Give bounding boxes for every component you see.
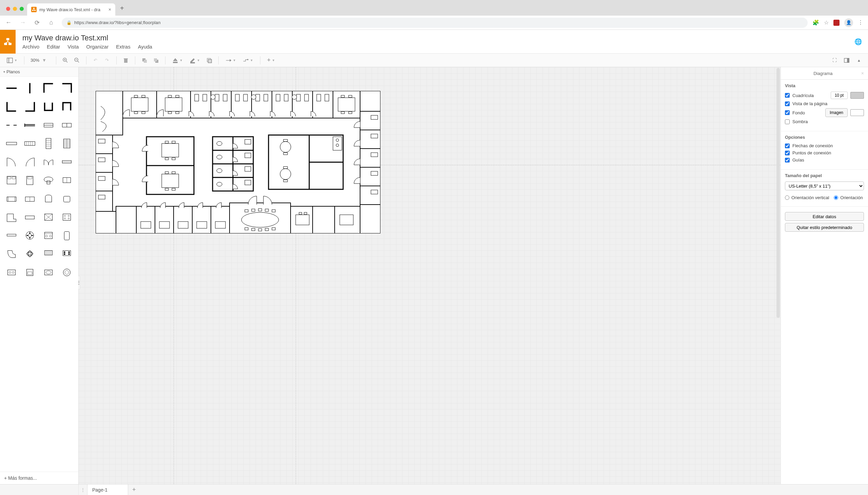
background-checkbox[interactable] bbox=[785, 110, 790, 115]
shadow-checkbox[interactable] bbox=[785, 119, 790, 124]
home-button[interactable]: ⌂ bbox=[46, 17, 57, 29]
fill-color-button[interactable]: ▼ bbox=[170, 55, 185, 66]
shape-armchair-2[interactable] bbox=[59, 191, 75, 207]
shape-armchair-1[interactable] bbox=[40, 191, 57, 207]
page-tab-1[interactable]: Page-1 bbox=[87, 484, 128, 495]
add-page-button[interactable]: + bbox=[128, 484, 140, 495]
waypoint-style-button[interactable]: ▼ bbox=[240, 55, 256, 66]
shape-sectional[interactable] bbox=[3, 209, 20, 225]
delete-button[interactable] bbox=[121, 55, 131, 66]
shape-u-down[interactable] bbox=[59, 98, 75, 115]
shape-rug[interactable] bbox=[3, 227, 20, 244]
view-mode-button[interactable]: ▼ bbox=[4, 55, 20, 66]
shape-nightstand[interactable] bbox=[40, 172, 57, 188]
to-back-button[interactable] bbox=[151, 55, 161, 66]
new-tab-button[interactable]: + bbox=[115, 4, 129, 16]
insert-button[interactable]: +▼ bbox=[264, 55, 278, 66]
shape-counter-1[interactable] bbox=[3, 135, 20, 152]
connection-style-button[interactable]: ▼ bbox=[223, 55, 239, 66]
orientation-horizontal-radio[interactable] bbox=[834, 195, 838, 200]
shape-window-3[interactable] bbox=[59, 117, 75, 133]
zoom-out-button[interactable] bbox=[72, 55, 82, 66]
sidebar-resize-handle[interactable]: ⋮ bbox=[79, 276, 80, 289]
guides-checkbox[interactable] bbox=[785, 158, 790, 163]
shape-cooktop[interactable] bbox=[3, 264, 20, 280]
shape-sink-round[interactable] bbox=[59, 264, 75, 280]
shape-window-1[interactable] bbox=[22, 117, 38, 133]
shape-tv-stand[interactable] bbox=[22, 209, 38, 225]
shape-dresser[interactable] bbox=[59, 172, 75, 188]
zoom-in-button[interactable] bbox=[60, 55, 71, 66]
star-icon[interactable]: ☆ bbox=[824, 19, 829, 26]
shape-fan[interactable] bbox=[22, 227, 38, 244]
collapse-button[interactable]: ▴ bbox=[854, 55, 864, 66]
browser-tab[interactable]: my Wave draw.io Test.xml - dra × bbox=[27, 3, 115, 16]
window-max-dot[interactable] bbox=[20, 7, 24, 11]
edit-data-button[interactable]: Editar datos bbox=[785, 212, 864, 221]
grid-checkbox[interactable] bbox=[785, 93, 790, 98]
document-title[interactable]: my Wave draw.io Test.xml bbox=[22, 34, 848, 42]
clear-default-style-button[interactable]: Quitar estilo predeterminado bbox=[785, 223, 864, 232]
menu-archivo[interactable]: Archivo bbox=[22, 44, 39, 50]
window-min-dot[interactable] bbox=[13, 7, 17, 11]
shadow-button[interactable] bbox=[204, 55, 214, 66]
format-panel-close-icon[interactable]: × bbox=[861, 71, 864, 76]
shape-corner-tr[interactable] bbox=[59, 80, 75, 96]
shape-stove[interactable] bbox=[40, 227, 57, 244]
format-panel-toggle[interactable] bbox=[842, 55, 852, 66]
shape-desk-1[interactable] bbox=[40, 246, 57, 262]
extension-icon-1[interactable]: 🧩 bbox=[812, 19, 819, 26]
profile-avatar[interactable]: 👤 bbox=[844, 18, 853, 27]
to-front-button[interactable] bbox=[139, 55, 149, 66]
grid-color-swatch[interactable] bbox=[850, 92, 864, 99]
shape-stairs-2[interactable] bbox=[59, 135, 75, 152]
conn-points-checkbox[interactable] bbox=[785, 151, 790, 155]
shape-bed-single[interactable] bbox=[22, 172, 38, 188]
shape-oven[interactable] bbox=[22, 264, 38, 280]
shape-door-left[interactable] bbox=[3, 154, 20, 170]
canvas-scrollbar[interactable] bbox=[777, 68, 780, 318]
orientation-vertical-radio[interactable] bbox=[785, 195, 789, 200]
menu-editar[interactable]: Editar bbox=[47, 44, 60, 50]
shape-sofa-2[interactable] bbox=[22, 191, 38, 207]
app-logo[interactable] bbox=[0, 30, 16, 54]
fullscreen-button[interactable]: ⛶ bbox=[829, 55, 839, 66]
shape-desk-2[interactable] bbox=[59, 246, 75, 262]
back-button[interactable]: ← bbox=[3, 17, 14, 29]
shape-fridge[interactable] bbox=[59, 227, 75, 244]
tab-close-icon[interactable]: × bbox=[108, 7, 111, 12]
shape-piano[interactable] bbox=[3, 246, 20, 262]
shape-table-round[interactable] bbox=[59, 209, 75, 225]
page-tab-menu-button[interactable]: ⋮ bbox=[79, 484, 87, 495]
shape-sofa-1[interactable] bbox=[3, 191, 20, 207]
menu-extras[interactable]: Extras bbox=[116, 44, 130, 50]
line-color-button[interactable]: ▼ bbox=[187, 55, 203, 66]
reload-button[interactable]: ⟳ bbox=[31, 17, 43, 29]
shape-door-right[interactable] bbox=[22, 154, 38, 170]
window-close-dot[interactable] bbox=[6, 7, 10, 11]
chrome-menu-icon[interactable]: ⋮ bbox=[858, 19, 863, 26]
shape-wall-h[interactable] bbox=[3, 80, 20, 96]
language-icon[interactable]: 🌐 bbox=[848, 38, 868, 46]
redo-button[interactable]: ↷ bbox=[102, 55, 112, 66]
pageview-checkbox[interactable] bbox=[785, 101, 790, 106]
menu-ayuda[interactable]: Ayuda bbox=[138, 44, 152, 50]
sidebar-section-planos[interactable]: Planos bbox=[0, 67, 78, 77]
shape-bed-double[interactable] bbox=[3, 172, 20, 188]
shape-corner-br[interactable] bbox=[22, 98, 38, 115]
shape-u-up[interactable] bbox=[40, 98, 57, 115]
image-button[interactable]: Imagen bbox=[825, 108, 848, 117]
background-color-swatch[interactable] bbox=[850, 109, 864, 116]
shape-wall-v[interactable] bbox=[22, 80, 38, 96]
canvas[interactable]: ⋮ bbox=[79, 67, 781, 484]
grid-size-input[interactable] bbox=[831, 91, 848, 99]
extension-badge[interactable] bbox=[833, 20, 839, 26]
forward-button[interactable]: → bbox=[17, 17, 29, 29]
shape-opening[interactable] bbox=[3, 117, 20, 133]
more-shapes-button[interactable]: + Más formas... bbox=[0, 472, 78, 484]
shape-counter-2[interactable] bbox=[22, 135, 38, 152]
conn-arrows-checkbox[interactable] bbox=[785, 143, 790, 148]
shape-plant[interactable] bbox=[22, 246, 38, 262]
shape-stairs-1[interactable] bbox=[40, 135, 57, 152]
menu-vista[interactable]: Vista bbox=[68, 44, 79, 50]
